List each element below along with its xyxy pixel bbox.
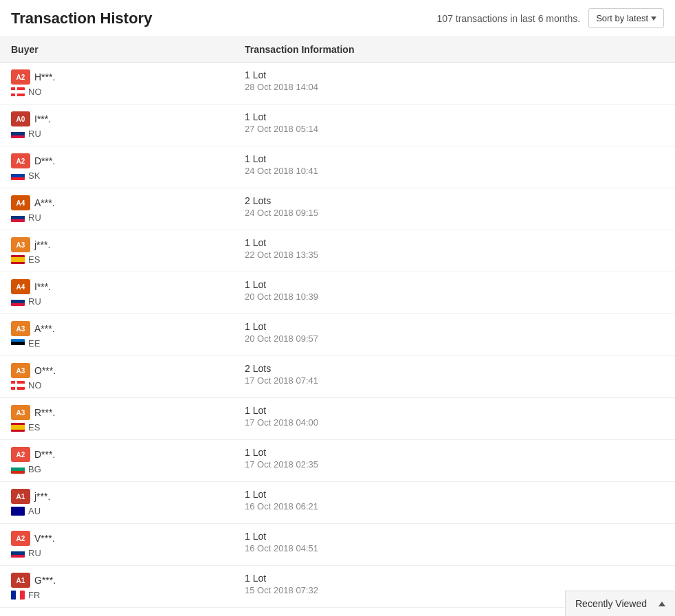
table-row: A3 R***. ES 1 Lot 17 Oct 2018 04:00 [0,398,675,440]
flag-icon [11,465,25,474]
transaction-info: 1 Lot 17 Oct 2018 04:00 [245,405,664,428]
buyer-country: FR [11,590,245,600]
flag-icon [11,423,25,432]
table-row: A3 j***. ES 1 Lot 22 Oct 2018 13:35 [0,230,675,272]
buyer-badge: A3 [11,405,30,420]
table-row: A3 A***. EE 1 Lot 20 Oct 2018 09:57 [0,314,675,356]
lot-amount: 2 Lots [245,363,664,374]
buyer-top: A4 I***. [11,279,245,294]
page-header: Transaction History 107 transactions in … [0,0,675,37]
buyer-top: A4 A***. [11,195,245,210]
country-code: RU [28,212,41,223]
buyer-country: AU [11,506,245,516]
flag-icon [11,549,25,558]
recently-viewed-bar[interactable]: Recently Viewed [565,591,675,616]
buyer-cell: A2 D***. BG [11,447,245,474]
buyer-name: D***. [34,449,55,460]
buyer-cell: A4 I***. RU [11,279,245,307]
buyer-badge: A2 [11,153,30,168]
buyer-top: A1 G***. [11,573,245,588]
buyer-name: O***. [34,365,56,376]
transaction-info: 1 Lot 24 Oct 2018 10:41 [245,153,664,176]
lot-date: 16 Oct 2018 04:51 [245,543,664,553]
lot-date: 17 Oct 2018 07:41 [245,375,664,386]
buyer-top: A1 j***. [11,489,245,504]
buyer-name: A***. [34,197,55,208]
country-code: SK [28,170,40,181]
lot-date: 17 Oct 2018 04:00 [245,417,664,428]
buyer-badge: A2 [11,531,30,546]
buyer-top: A3 j***. [11,237,245,252]
buyer-name: j***. [34,239,50,250]
buyer-badge: A1 [11,489,30,504]
flag-icon [11,213,25,222]
buyer-name: R***. [34,407,55,418]
col-transaction-info: Transaction Information [245,44,664,55]
col-buyer: Buyer [11,44,245,55]
country-code: NO [28,87,42,97]
lot-amount: 1 Lot [245,405,664,416]
buyer-badge: A4 [11,195,30,210]
buyer-country: ES [11,254,245,265]
table-row: A0 I***. RU 1 Lot 27 Oct 2018 05:14 [0,104,675,146]
table-row: A2 D***. SK 1 Lot 24 Oct 2018 10:41 [0,146,675,188]
flag-icon [11,297,25,306]
buyer-cell: A3 R***. ES [11,405,245,432]
lot-date: 20 Oct 2018 09:57 [245,333,664,344]
buyer-badge: A3 [11,237,30,252]
flag-icon [11,171,25,180]
transaction-info: 2 Lots 17 Oct 2018 07:41 [245,363,664,386]
lot-amount: 1 Lot [245,69,664,80]
table-row: A3 O***. NO 2 Lots 17 Oct 2018 07:41 [0,356,675,398]
buyer-country: BG [11,464,245,474]
buyer-country: SK [11,170,245,181]
lot-date: 27 Oct 2018 05:14 [245,124,664,134]
buyer-country: RU [11,296,245,307]
buyer-name: D***. [34,155,55,166]
flag-icon [11,87,25,96]
buyer-cell: A2 H***. NO [11,69,245,97]
buyer-country: EE [11,338,245,349]
sort-label: Sort by latest [596,13,648,23]
buyer-country: ES [11,422,245,432]
table-row: A4 I***. RU 1 Lot 20 Oct 2018 10:39 [0,272,675,314]
buyer-name: I***. [34,113,51,124]
transaction-list: A2 H***. NO 1 Lot 28 Oct 2018 14:04 A0 I… [0,63,675,608]
buyer-badge: A3 [11,321,30,336]
lot-date: 20 Oct 2018 10:39 [245,292,664,302]
lot-date: 24 Oct 2018 09:15 [245,208,664,218]
flag-icon [11,255,25,264]
buyer-name: j***. [34,491,50,502]
buyer-name: A***. [34,323,55,334]
sort-arrow-icon [651,16,656,21]
table-row: A1 j***. AU 1 Lot 16 Oct 2018 06:21 [0,482,675,524]
buyer-country: RU [11,212,245,223]
table-row: A4 A***. RU 2 Lots 24 Oct 2018 09:15 [0,188,675,230]
lot-date: 17 Oct 2018 02:35 [245,459,664,470]
buyer-name: V***. [34,533,55,544]
buyer-cell: A4 A***. RU [11,195,245,223]
transaction-info: 1 Lot 17 Oct 2018 02:35 [245,447,664,470]
buyer-cell: A2 D***. SK [11,153,245,181]
transaction-count: 107 transactions in last 6 months. [437,13,581,24]
flag-icon [11,339,25,348]
page-title: Transaction History [11,10,152,28]
buyer-badge: A3 [11,363,30,378]
table-row: A2 V***. RU 1 Lot 16 Oct 2018 04:51 [0,524,675,566]
country-code: EE [28,338,40,349]
transaction-info: 1 Lot 20 Oct 2018 10:39 [245,279,664,302]
country-code: RU [28,129,41,139]
transaction-info: 1 Lot 16 Oct 2018 06:21 [245,489,664,512]
table-row: A2 H***. NO 1 Lot 28 Oct 2018 14:04 [0,63,675,104]
recently-viewed-label: Recently Viewed [575,598,647,609]
lot-amount: 1 Lot [245,279,664,290]
transaction-info: 1 Lot 20 Oct 2018 09:57 [245,321,664,344]
buyer-top: A2 V***. [11,531,245,546]
buyer-badge: A0 [11,111,30,126]
buyer-country: NO [11,380,245,390]
lot-date: 22 Oct 2018 13:35 [245,250,664,260]
sort-button[interactable]: Sort by latest [588,8,664,28]
flag-icon [11,381,25,390]
header-right: 107 transactions in last 6 months. Sort … [437,8,664,28]
buyer-cell: A1 G***. FR [11,573,245,600]
